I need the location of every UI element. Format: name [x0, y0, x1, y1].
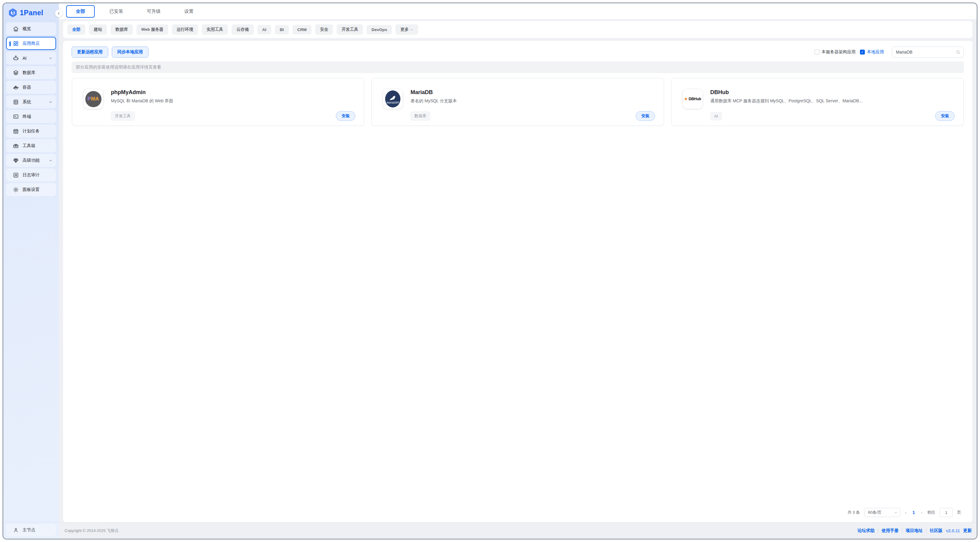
- category-chip-cloud-storage[interactable]: 云存储: [232, 24, 254, 35]
- sidebar-item-label: AI: [22, 56, 49, 60]
- chevron-down-icon: [49, 158, 52, 162]
- sidebar-item-log-audit[interactable]: 日志审计: [6, 168, 56, 181]
- category-chip-devops[interactable]: DevOps: [367, 25, 392, 35]
- app-list-panel: 更新远程应用 同步本地应用 本服务器架构应用 ✓ 本地应用: [63, 41, 490, 271]
- sidebar-item-toolbox[interactable]: 工具箱: [6, 139, 56, 152]
- gear-icon: [13, 187, 19, 193]
- app-name: phpMyAdmin: [111, 89, 355, 96]
- mariadb-logo: MariaDB®: [383, 89, 402, 109]
- sidebar-item-label: 数据库: [22, 70, 52, 76]
- calendar-icon: [13, 128, 19, 134]
- database-layers-icon: [13, 70, 19, 76]
- app-name: MariaDB: [410, 89, 490, 96]
- seal-icon: [389, 94, 397, 101]
- sidebar-item-container[interactable]: 容器: [6, 81, 56, 94]
- chevron-left-icon: [57, 11, 60, 15]
- sidebar-item-label: 应用商店: [22, 41, 52, 46]
- app-category-tag: 开发工具: [111, 111, 135, 120]
- sidebar-item-app-store[interactable]: 应用商店: [6, 37, 56, 50]
- sidebar-item-panel-settings[interactable]: 面板设置: [6, 183, 56, 196]
- logo-text: 1Panel: [20, 9, 43, 17]
- category-chip-bi[interactable]: BI: [275, 25, 289, 35]
- app-window: 1Panel 概览 应用商店 AI 数据库: [2, 2, 490, 271]
- info-banner: 部分应用的安装使用说明请在应用详情页查看: [72, 62, 490, 73]
- chevron-down-icon: [49, 56, 52, 60]
- sidebar-item-label: 概览: [22, 26, 52, 32]
- app-description: 著名的 MySQL 分支版本: [410, 98, 490, 111]
- category-chip-web-server[interactable]: Web 服务器: [137, 24, 169, 35]
- sidebar-item-label: 系统: [22, 99, 49, 105]
- category-filter-bar: 全部 建站 数据库 Web 服务器 运行环境 实用工具 云存储 AI BI CR…: [63, 21, 490, 38]
- sidebar-item-label: 计划任务: [22, 128, 52, 134]
- app-card-mariadb[interactable]: MariaDB® MariaDB 著名的 MySQL 分支版本 数据库 安装: [371, 78, 490, 126]
- main-area: 全部 已安装 可升级 设置 全部 建站 数据库 Web 服务器 运行环境 实用工…: [59, 3, 490, 271]
- active-indicator: [10, 41, 11, 46]
- app-description: MySQL 和 MariaDB 的 Web 界面: [111, 98, 355, 111]
- app-store-grid-icon: [13, 41, 19, 47]
- sidebar-item-cron-jobs[interactable]: 计划任务: [6, 125, 56, 138]
- toolbox-icon: [13, 143, 19, 149]
- tab-installed[interactable]: 已安装: [100, 6, 132, 17]
- sidebar-item-label: 容器: [22, 85, 52, 90]
- category-chip-all[interactable]: 全部: [67, 24, 85, 35]
- sidebar-collapse-button[interactable]: [55, 10, 63, 17]
- sync-local-apps-button[interactable]: 同步本地应用: [112, 47, 148, 57]
- home-icon: [13, 26, 19, 32]
- log-list-icon: [13, 172, 19, 178]
- logo[interactable]: 1Panel: [3, 6, 59, 20]
- sidebar-item-terminal[interactable]: 终端: [6, 110, 56, 123]
- sidebar: 1Panel 概览 应用商店 AI 数据库: [3, 3, 59, 271]
- category-chip-more[interactable]: 更多: [396, 24, 418, 35]
- category-chip-database[interactable]: 数据库: [111, 24, 133, 35]
- category-chip-security[interactable]: 安全: [315, 24, 333, 35]
- logo-hexagon-icon: [8, 8, 18, 17]
- category-chip-runtime[interactable]: 运行环境: [172, 24, 198, 35]
- container-whale-icon: [13, 84, 19, 90]
- category-chip-crm[interactable]: CRM: [293, 25, 312, 35]
- phpmyadmin-logo: PMA: [83, 89, 103, 109]
- update-remote-apps-button[interactable]: 更新远程应用: [72, 47, 108, 57]
- sidebar-item-database[interactable]: 数据库: [6, 66, 56, 79]
- app-store-tabs: 全部 已安装 可升级 设置: [59, 3, 490, 19]
- chevron-down-icon: [410, 28, 413, 32]
- toolbar: 更新远程应用 同步本地应用 本服务器架构应用 ✓ 本地应用: [72, 47, 490, 57]
- app-category-tag: 数据库: [410, 111, 430, 120]
- chevron-down-icon: [49, 100, 52, 104]
- diamond-icon: [13, 157, 19, 163]
- sidebar-item-overview[interactable]: 概览: [6, 22, 56, 35]
- sidebar-item-label: 工具箱: [22, 143, 52, 149]
- category-chip-dev-tools[interactable]: 开发工具: [337, 24, 363, 35]
- tab-upgradable[interactable]: 可升级: [138, 6, 170, 17]
- terminal-icon: [13, 114, 19, 120]
- app-card-phpmyadmin[interactable]: PMA phpMyAdmin MySQL 和 MariaDB 的 Web 界面 …: [72, 78, 364, 126]
- sidebar-item-system[interactable]: 系统: [6, 95, 56, 108]
- sidebar-menu: 概览 应用商店 AI 数据库 容器 系统: [3, 20, 59, 271]
- robot-icon: [13, 55, 19, 61]
- system-server-icon: [13, 99, 19, 105]
- category-chip-website[interactable]: 建站: [89, 24, 107, 35]
- content-scroll-area: 全部 建站 数据库 Web 服务器 运行环境 实用工具 云存储 AI BI CR…: [59, 19, 490, 271]
- sidebar-item-label: 高级功能: [22, 158, 49, 163]
- sidebar-item-label: 终端: [22, 114, 52, 119]
- category-chip-tools[interactable]: 实用工具: [202, 24, 228, 35]
- app-cards: PMA phpMyAdmin MySQL 和 MariaDB 的 Web 界面 …: [72, 78, 490, 126]
- sidebar-item-label: 面板设置: [22, 187, 52, 192]
- sidebar-item-ai[interactable]: AI: [6, 51, 56, 65]
- tab-all[interactable]: 全部: [66, 5, 95, 17]
- sidebar-item-label: 日志审计: [22, 172, 52, 178]
- tab-settings[interactable]: 设置: [175, 6, 203, 17]
- install-button[interactable]: 安装: [336, 111, 355, 121]
- sidebar-item-advanced-features[interactable]: 高级功能: [6, 154, 56, 167]
- category-chip-ai[interactable]: AI: [258, 25, 272, 35]
